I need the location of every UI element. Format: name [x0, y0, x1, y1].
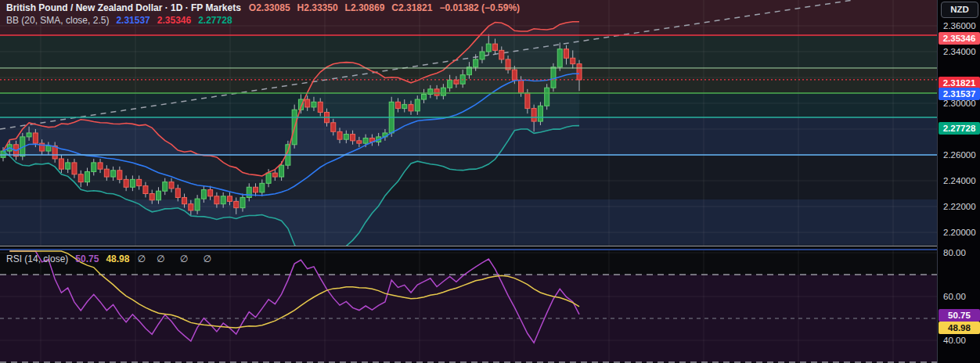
- trading-chart-window: British Pound / New Zealand Dollar · 1D …: [0, 0, 980, 363]
- candle-body: [318, 102, 322, 112]
- candle-body: [234, 201, 239, 207]
- axis-tick: 60.00: [938, 291, 980, 302]
- candle-body: [214, 196, 219, 204]
- axis-tick: 2.24000: [938, 175, 980, 186]
- candle-body: [85, 171, 90, 182]
- bb-legend-title[interactable]: BB (20, SMA, close, 2.5): [6, 15, 109, 26]
- symbol-title[interactable]: British Pound / New Zealand Dollar · 1D …: [6, 2, 241, 13]
- candle-body: [98, 163, 103, 169]
- candle-body: [117, 171, 122, 180]
- rsi-empty-value: ∅: [137, 253, 145, 264]
- candle-body: [395, 102, 400, 108]
- price-label-bb-lower: 2.27728: [939, 122, 980, 135]
- price-label-bb-upper: 2.35346: [939, 32, 980, 45]
- candle-body: [337, 131, 342, 139]
- candle-body: [59, 159, 63, 169]
- candle-body: [266, 173, 271, 183]
- candle-body: [130, 179, 135, 187]
- symbol-legend[interactable]: British Pound / New Zealand Dollar · 1D …: [6, 2, 520, 13]
- candle-body: [519, 80, 524, 93]
- candle-body: [480, 52, 485, 59]
- candle-body: [227, 196, 232, 202]
- candle-body: [305, 99, 310, 107]
- candle-body: [577, 64, 582, 80]
- bb-indicator-legend[interactable]: BB (20, SMA, close, 2.5)2.315372.353462.…: [6, 15, 232, 26]
- candle-body: [221, 196, 225, 204]
- bb-upper-value: 2.35346: [157, 15, 191, 26]
- candle-body: [409, 105, 413, 111]
- axis-tick: 2.22000: [938, 201, 980, 212]
- candle-body: [260, 183, 265, 192]
- candle-body: [434, 89, 439, 95]
- candle-body: [357, 141, 362, 143]
- ohlc-open: O2.33085: [249, 2, 290, 13]
- candle-body: [124, 179, 128, 187]
- price-axis[interactable]: NZD 2.360002.340002.300002.260002.240002…: [937, 0, 980, 363]
- bb-lower-value: 2.27728: [198, 15, 232, 26]
- candle-body: [150, 194, 154, 200]
- candle-body: [312, 102, 316, 107]
- candle-body: [531, 109, 536, 122]
- rsi-empty-values: ∅ ∅ ∅: [157, 253, 218, 264]
- rsi-indicator-legend[interactable]: RSI (14, close)50.7548.98∅∅ ∅ ∅: [6, 253, 218, 264]
- candle-body: [201, 190, 206, 199]
- candle-body: [66, 163, 70, 169]
- candle-body: [499, 50, 504, 59]
- candle-body: [254, 187, 258, 192]
- rsi-band-fill: [0, 275, 937, 362]
- candle-body: [538, 106, 542, 121]
- price-label-bb-basis: 2.31537: [939, 88, 980, 100]
- pane-separator[interactable]: [0, 246, 937, 246]
- candle-body: [240, 197, 245, 207]
- bb-basis-value: 2.31537: [116, 15, 150, 26]
- candle-body: [525, 93, 530, 109]
- candle-body: [272, 173, 277, 177]
- pane-separator-highlight[interactable]: [0, 249, 937, 250]
- candle-body: [111, 171, 116, 177]
- rsi-legend-title[interactable]: RSI (14, close): [6, 253, 68, 264]
- candle-body: [441, 88, 445, 95]
- axis-tick: 40.00: [938, 335, 980, 346]
- change-value: −0.01382 (−0.59%): [439, 2, 520, 13]
- rsi-ma-value: 48.98: [106, 253, 129, 264]
- axis-tick: 2.36000: [938, 20, 980, 31]
- candle-body: [182, 197, 187, 203]
- candle-body: [247, 187, 251, 197]
- candle-body: [493, 44, 498, 50]
- rsi-label-value: 50.75: [939, 309, 980, 322]
- main-price-pane[interactable]: [0, 0, 937, 246]
- axis-tick: 80.00: [938, 247, 980, 258]
- candle-body: [195, 199, 200, 210]
- candle-body: [163, 182, 168, 192]
- candle-body: [46, 146, 51, 151]
- candle-body: [137, 179, 142, 185]
- candle-body: [344, 135, 348, 140]
- candle-body: [486, 44, 491, 52]
- candle-body: [474, 59, 478, 67]
- candle-body: [512, 70, 517, 80]
- candle-body: [92, 163, 96, 172]
- rsi-value: 50.75: [75, 253, 99, 264]
- candle-body: [351, 135, 355, 141]
- candle-body: [104, 169, 109, 177]
- candle-body: [557, 49, 562, 67]
- candle-body: [189, 204, 193, 210]
- axis-tick: 2.20000: [938, 227, 980, 238]
- ohlc-low: L2.30869: [345, 2, 385, 13]
- candle-body: [78, 174, 83, 182]
- candle-body: [175, 189, 180, 198]
- candle-body: [156, 191, 160, 200]
- candle-body: [564, 49, 568, 59]
- currency-button[interactable]: NZD: [941, 2, 978, 18]
- candle-body: [169, 182, 174, 189]
- candle-body: [454, 80, 459, 84]
- ohlc-close: C2.31821: [391, 2, 432, 13]
- rsi-pane[interactable]: [0, 250, 937, 363]
- rsi-label-ma: 48.98: [939, 322, 980, 334]
- candle-body: [279, 165, 284, 177]
- axis-tick: 2.34000: [938, 46, 980, 57]
- candle-body: [402, 105, 407, 109]
- ohlc-high: H2.33350: [297, 2, 338, 13]
- candle-body: [33, 133, 38, 143]
- candle-body: [208, 190, 213, 196]
